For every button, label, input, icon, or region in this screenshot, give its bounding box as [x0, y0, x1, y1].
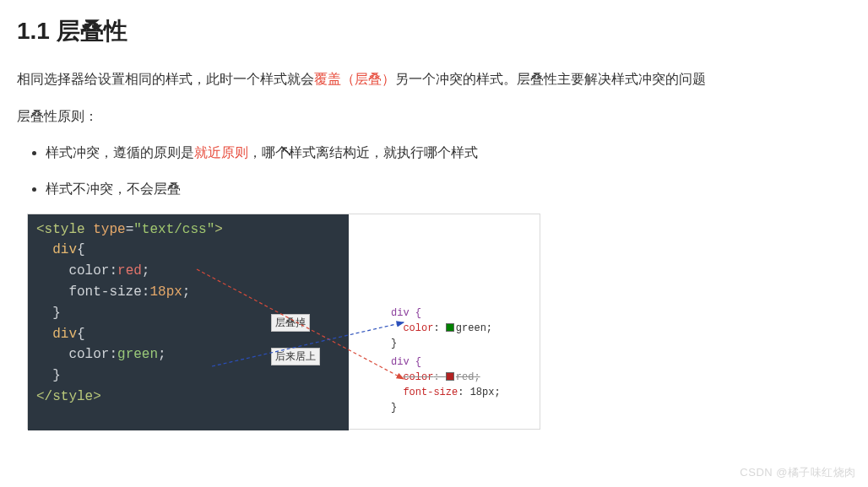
- devtools-rule: div { color: red; font-size: 18px; }: [391, 354, 533, 415]
- code-token: ;: [142, 263, 150, 279]
- code-token: <style: [36, 222, 85, 237]
- code-token: }: [52, 368, 61, 383]
- code-token: font-size: [68, 284, 141, 300]
- dt-selector: div {: [391, 356, 421, 368]
- code-token: {: [77, 242, 85, 257]
- rule-post: ，哪个样式离结构近，就执行哪个样式: [248, 145, 478, 160]
- rule-highlight: 就近原则: [194, 145, 248, 160]
- dt-prop: color: [403, 322, 433, 334]
- rules-list: 样式冲突，遵循的原则是就近原则，哪个样式离结构近，就执行哪个样式 样式不冲突，不…: [17, 141, 851, 202]
- dt-strikethrough: color: red;: [403, 371, 480, 383]
- code-token: :: [142, 284, 150, 300]
- code-token: :: [109, 263, 117, 279]
- rule-item: 样式不冲突，不会层叠: [46, 177, 851, 202]
- code-token: "text/css": [133, 222, 214, 237]
- code-token: 18px: [149, 284, 182, 300]
- code-token: ;: [158, 347, 166, 362]
- code-token: color: [68, 347, 109, 362]
- dt-value: red: [456, 371, 475, 383]
- rule-pre: 样式冲突，遵循的原则是: [46, 145, 194, 160]
- dt-value: green: [456, 322, 486, 334]
- dt-close: }: [391, 338, 397, 349]
- code-token: type: [85, 222, 126, 237]
- code-token: :: [109, 347, 117, 362]
- code-token: {: [77, 327, 85, 342]
- dt-value: 18px: [470, 387, 495, 398]
- intro-paragraph: 相同选择器给设置相同的样式，此时一个样式就会覆盖（层叠）另一个冲突的样式。层叠性…: [17, 66, 851, 93]
- rule-pre: 样式不冲突，不会层叠: [46, 181, 181, 196]
- section-heading: 1.1 层叠性: [17, 15, 851, 47]
- para-highlight: 覆盖（层叠）: [314, 72, 395, 86]
- color-swatch-green: [446, 323, 454, 332]
- dt-close: }: [391, 402, 397, 414]
- devtools-rule: div { color: green; }: [391, 306, 533, 351]
- code-token: =: [126, 222, 134, 237]
- color-swatch-red: [446, 372, 454, 381]
- code-token: }: [52, 306, 61, 321]
- code-token: </style>: [36, 389, 101, 404]
- code-token: red: [117, 263, 142, 279]
- annotation-overridden: 层叠掉: [271, 314, 310, 332]
- code-token: div: [52, 242, 77, 257]
- code-token: color: [68, 263, 109, 279]
- annotation-latest-wins: 后来居上: [271, 348, 320, 365]
- dt-selector: div {: [391, 307, 421, 319]
- code-token: div: [52, 327, 77, 342]
- code-token: >: [214, 222, 223, 237]
- dt-prop: font-size: [403, 387, 458, 398]
- para-pre: 相同选择器给设置相同的样式，此时一个样式就会: [17, 72, 314, 86]
- code-token: ;: [182, 284, 191, 300]
- para-post: 另一个冲突的样式。层叠性主要解决样式冲突的问题: [395, 72, 706, 86]
- code-token: green: [117, 347, 158, 362]
- dt-prop: color: [403, 371, 433, 383]
- code-figure: <style type="text/css"> div{ color:red; …: [27, 214, 540, 430]
- devtools-panel: div { color: green; } div { color: red; …: [391, 306, 533, 419]
- watermark: CSDN @橘子味红烧肉: [740, 465, 856, 480]
- rule-item: 样式冲突，遵循的原则是就近原则，哪个样式离结构近，就执行哪个样式: [46, 141, 851, 165]
- principle-label: 层叠性原则：: [17, 108, 851, 126]
